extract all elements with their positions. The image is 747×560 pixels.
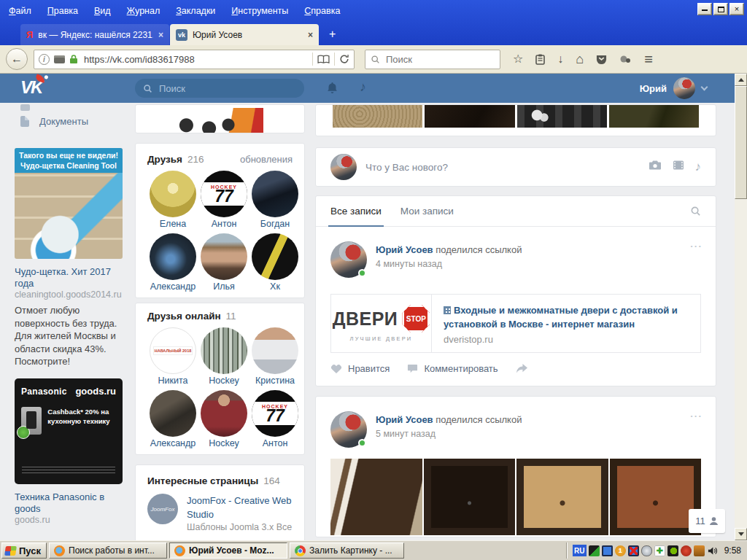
reload-icon[interactable] bbox=[339, 54, 349, 64]
photo-thumbnail[interactable] bbox=[333, 105, 422, 128]
menu-hamburger-icon[interactable]: ≡ bbox=[644, 51, 653, 68]
page-name[interactable]: JoomFox - Creative Web Studio bbox=[187, 494, 293, 521]
tray-ati-icon[interactable] bbox=[681, 545, 692, 556]
post-menu-icon[interactable]: ... bbox=[690, 238, 703, 249]
friend-name[interactable]: Кристина bbox=[255, 376, 295, 387]
sidebar-item-documents[interactable]: Документы bbox=[20, 114, 124, 128]
tray-nvidia-icon[interactable] bbox=[667, 545, 678, 556]
permissions-icon[interactable] bbox=[54, 55, 65, 63]
friends-updates-link[interactable]: обновления bbox=[240, 154, 293, 165]
friend-item[interactable]: Богдан bbox=[249, 171, 301, 230]
audio-icon[interactable]: ♪ bbox=[695, 160, 702, 174]
like-button[interactable]: Нравится bbox=[330, 363, 390, 374]
post-author-avatar[interactable] bbox=[330, 411, 367, 448]
friend-name[interactable]: Хк bbox=[270, 281, 280, 293]
friend-item[interactable]: Александр bbox=[147, 233, 198, 293]
tray-app-icon[interactable] bbox=[694, 545, 705, 556]
vk-search[interactable] bbox=[135, 79, 304, 98]
bookmarks-panel-icon[interactable] bbox=[535, 54, 545, 65]
friend-name[interactable]: Антон bbox=[263, 438, 288, 450]
friend-avatar[interactable]: HOCKEY77 bbox=[252, 390, 298, 437]
task-button-firefox-1[interactable]: Поиск работы в инт... bbox=[49, 542, 167, 559]
start-button[interactable]: Пуск bbox=[1, 542, 47, 559]
forget-icon[interactable] bbox=[619, 54, 631, 64]
post-author-avatar[interactable] bbox=[330, 241, 367, 278]
post-author-link[interactable]: Юрий Усоев bbox=[376, 414, 433, 425]
friend-item[interactable]: Александр bbox=[147, 390, 198, 450]
task-button-chrome[interactable]: Залить Картинку - ... bbox=[290, 542, 404, 559]
photo-thumbnail[interactable] bbox=[609, 105, 699, 128]
tab-close-icon[interactable]: × bbox=[308, 30, 313, 40]
shared-link-card[interactable]: ДВЕРИ STOP ЛУЧШИЕ ДВЕРИ Входные и межком… bbox=[330, 294, 701, 353]
post-author-link[interactable]: Юрий Усоев bbox=[376, 244, 433, 255]
photo-thumbnail[interactable] bbox=[425, 105, 514, 128]
friend-name[interactable]: Александр bbox=[150, 281, 196, 293]
close-button[interactable]: × bbox=[729, 3, 744, 15]
menu-help[interactable]: Справка bbox=[304, 6, 340, 16]
ad-block-cleaning-tool[interactable]: Такого вы еще не видели! Чудо-щетка Clea… bbox=[15, 148, 124, 368]
reader-mode-icon[interactable] bbox=[317, 55, 330, 64]
tray-mouse-icon[interactable] bbox=[641, 545, 652, 556]
post-timestamp[interactable]: 4 минуты назад bbox=[376, 259, 522, 269]
composer-placeholder[interactable]: Что у Вас нового? bbox=[365, 162, 640, 173]
profile-media-card[interactable] bbox=[135, 104, 305, 133]
friend-item[interactable]: Елена bbox=[147, 171, 198, 230]
friend-item[interactable]: HOCKEY77 Антон bbox=[249, 390, 301, 450]
site-info-icon[interactable]: i bbox=[39, 54, 50, 65]
comment-button[interactable]: Комментировать bbox=[407, 363, 498, 374]
tab-my-posts[interactable]: Мои записи bbox=[400, 196, 454, 226]
menu-file[interactable]: Файл bbox=[9, 6, 31, 16]
friend-avatar[interactable] bbox=[150, 171, 196, 217]
friend-name[interactable]: Александр bbox=[150, 438, 196, 450]
menu-edit[interactable]: Правка bbox=[47, 6, 78, 16]
scroll-down-button[interactable] bbox=[735, 528, 747, 540]
friend-avatar[interactable] bbox=[201, 327, 247, 374]
pages-title[interactable]: Интересные страницы bbox=[147, 475, 258, 486]
lock-icon[interactable] bbox=[69, 54, 78, 64]
tray-display-icon[interactable] bbox=[602, 545, 613, 556]
friend-name[interactable]: Hockey bbox=[209, 438, 239, 450]
notifications-bell-icon[interactable] bbox=[326, 82, 338, 94]
music-note-icon[interactable]: ♪ bbox=[360, 79, 366, 95]
photo-thumbnail[interactable] bbox=[517, 105, 607, 128]
door-photo[interactable] bbox=[330, 459, 422, 535]
friend-item[interactable]: HOCKEY77 Антон bbox=[198, 171, 249, 230]
vk-user-menu[interactable]: Юрий bbox=[640, 77, 707, 99]
scrollbar-thumb[interactable] bbox=[735, 86, 747, 199]
bookmark-star-icon[interactable]: ☆ bbox=[513, 53, 523, 65]
tab-all-posts[interactable]: Все записи bbox=[330, 196, 382, 226]
post-composer[interactable]: Что у Вас нового? ♪ bbox=[315, 147, 716, 187]
friend-avatar[interactable] bbox=[201, 233, 247, 280]
menu-history[interactable]: Журнал bbox=[127, 6, 160, 16]
friend-avatar[interactable]: HOCKEY77 bbox=[201, 171, 247, 217]
back-button[interactable]: ← bbox=[6, 48, 28, 70]
door-photo[interactable] bbox=[424, 459, 516, 535]
language-indicator[interactable]: RU bbox=[573, 545, 587, 556]
door-photo[interactable] bbox=[610, 459, 702, 535]
page-item[interactable]: JoomFox JoomFox - Creative Web Studio Ша… bbox=[147, 494, 293, 533]
home-icon[interactable]: ⌂ bbox=[576, 52, 584, 66]
online-friends-widget[interactable]: 11 bbox=[689, 509, 725, 533]
friend-item[interactable]: Хк bbox=[249, 233, 301, 293]
browser-search[interactable] bbox=[365, 50, 500, 69]
share-button[interactable] bbox=[516, 363, 528, 374]
friend-item[interactable]: Илья bbox=[198, 233, 249, 293]
tab-vk-active[interactable]: vk Юрий Усоев × bbox=[170, 24, 319, 45]
ad-image[interactable]: Такого вы еще не видели! Чудо-щетка Clea… bbox=[15, 148, 123, 259]
tray-security-icon[interactable] bbox=[589, 545, 600, 556]
friend-item[interactable]: Hockey bbox=[198, 327, 249, 387]
tray-volume-icon[interactable] bbox=[707, 545, 718, 556]
ad-title-link[interactable]: Техника Panasonic в goods bbox=[15, 491, 124, 515]
friend-item[interactable]: НАВАЛЬНЫЙ 2018 Никита bbox=[147, 327, 198, 387]
browser-search-input[interactable] bbox=[384, 53, 472, 66]
vk-search-input[interactable] bbox=[158, 82, 282, 95]
tray-update-badge-icon[interactable]: 1 bbox=[615, 545, 626, 556]
new-tab-button[interactable]: + bbox=[329, 28, 336, 41]
friends-title[interactable]: Друзья bbox=[147, 154, 182, 165]
downloads-icon[interactable]: ↓ bbox=[557, 53, 563, 65]
ad-title-link[interactable]: Чудо-щетка. Хит 2017 года bbox=[15, 266, 124, 289]
friend-item[interactable]: Hockey bbox=[198, 390, 249, 450]
minimize-button[interactable] bbox=[697, 3, 712, 15]
wall-search-icon[interactable] bbox=[690, 206, 701, 217]
url-input[interactable] bbox=[82, 53, 308, 66]
